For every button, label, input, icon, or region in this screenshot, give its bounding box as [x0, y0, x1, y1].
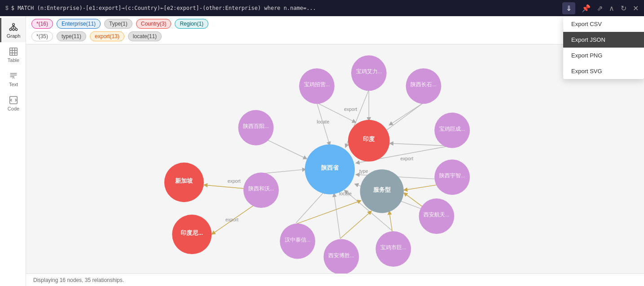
dollar-icon: $: [5, 5, 9, 11]
node-shaanxi-changshi-label: 陕西长石...: [410, 82, 437, 87]
edge-export4: [390, 143, 450, 146]
download-icon[interactable]: ⇓: [562, 2, 575, 14]
expand-icon[interactable]: ⇗: [597, 4, 603, 13]
node-hanzhong-taixin-label: 汉中泰信...: [285, 237, 311, 242]
up-icon[interactable]: ∧: [609, 4, 614, 13]
table-icon: [9, 47, 18, 57]
main-area: Graph Table A Text: [0, 16, 644, 286]
query-text: $ MATCH (n:Enterprise)-[e1:export]→(c:Co…: [11, 5, 316, 11]
top-bar-right: ⇓ 📌 ⇗ ∧ ↻ ✕: [562, 2, 639, 14]
export-png-item[interactable]: Export PNG: [563, 48, 644, 63]
filter-bar: *(16) Enterprise(11) Type(1) Country(3) …: [26, 16, 644, 44]
filter-badge-enterprise[interactable]: Enterprise(11): [57, 19, 101, 29]
graph-area[interactable]: locate export locate type export export …: [26, 44, 644, 273]
filter-badge-export[interactable]: export(13): [90, 31, 124, 41]
edge-label-export-id: export: [225, 217, 238, 222]
edge-label-export2: export: [400, 156, 413, 161]
edge-n10-center1: [262, 169, 306, 173]
export-json-item[interactable]: Export JSON: [563, 32, 644, 48]
svg-line-4: [11, 26, 13, 28]
text-icon: A: [9, 71, 18, 81]
sidebar-item-graph[interactable]: Graph: [0, 18, 26, 42]
top-bar-left: $ $ MATCH (n:Enterprise)-[e1:export]→(c:…: [5, 5, 316, 11]
filter-badge-type[interactable]: Type(1): [104, 19, 132, 29]
node-shaanxi-label: 陕西省: [321, 164, 339, 171]
graph-icon: [9, 22, 18, 32]
sidebar: Graph Table A Text: [0, 16, 26, 286]
edge-label-type2: type: [359, 169, 368, 174]
filter-badge-region[interactable]: Region(1): [175, 19, 208, 29]
svg-point-1: [9, 28, 12, 31]
sidebar-table-label: Table: [8, 57, 19, 63]
filter-badge-type-rel[interactable]: type(11): [57, 31, 86, 41]
node-baoji-recruit-label: 宝鸡招营...: [304, 81, 330, 87]
export-svg-item[interactable]: Export SVG: [563, 63, 644, 79]
filter-badge-all-nodes[interactable]: *(16): [31, 19, 53, 29]
svg-point-0: [13, 23, 15, 26]
edge-n8-center1: [334, 194, 340, 239]
content-area: *(16) Enterprise(11) Type(1) Country(3) …: [26, 16, 644, 286]
sidebar-graph-label: Graph: [7, 33, 21, 39]
node-indonesia-label: 印度尼...: [181, 229, 203, 236]
node-xian-hangtian-label: 西安航天...: [423, 211, 450, 217]
node-baoji-ju-label: 宝鸡市巨...: [380, 244, 406, 250]
refresh-icon[interactable]: ↻: [621, 4, 626, 13]
edge-label-locate3: locate: [339, 191, 352, 196]
edge-label-export1: export: [344, 107, 357, 112]
node-service-label: 服务型: [373, 186, 391, 193]
filter-badge-country[interactable]: Country(3): [136, 19, 172, 29]
close-icon[interactable]: ✕: [633, 4, 639, 13]
svg-point-3: [13, 28, 15, 31]
sidebar-item-code[interactable]: Code: [0, 91, 26, 115]
filter-badge-locate[interactable]: locate(11): [128, 31, 162, 41]
export-dropdown: Export CSV Export JSON Export PNG Export…: [563, 16, 644, 79]
node-shaanxi-hewo-label: 陕西和沃...: [248, 186, 274, 191]
status-text: Displaying 16 nodes, 35 relationships.: [33, 277, 124, 283]
filter-badge-all-rels[interactable]: *(35): [31, 31, 53, 41]
filter-row-2: *(35) type(11) export(13) locate(11): [31, 31, 639, 41]
top-bar: $ $ MATCH (n:Enterprise)-[e1:export]→(c:…: [0, 0, 644, 16]
node-shaanxi-yuzhi-label: 陕西宇智...: [439, 172, 465, 178]
sidebar-item-table[interactable]: Table: [0, 42, 26, 66]
svg-point-2: [15, 28, 18, 31]
edge-export3: [389, 103, 424, 125]
node-singapore-label: 新加坡: [175, 177, 193, 184]
svg-line-5: [13, 26, 16, 28]
pin-icon[interactable]: 📌: [582, 4, 591, 13]
sidebar-item-text[interactable]: A Text: [0, 66, 26, 91]
sidebar-code-label: Code: [8, 106, 19, 111]
export-csv-item[interactable]: Export CSV: [563, 16, 644, 32]
node-xian-bosheng-label: 西安博胜...: [328, 252, 354, 258]
node-baoji-aili-label: 宝鸡艾力...: [356, 68, 382, 74]
filter-row-1: *(16) Enterprise(11) Type(1) Country(3) …: [31, 19, 639, 29]
edge-n9-center1: [296, 190, 326, 223]
node-shaanxi-baiyang-label: 陕西百阳...: [243, 123, 269, 129]
svg-text:A: A: [12, 76, 15, 80]
status-bar: Displaying 16 nodes, 35 relationships.: [26, 273, 644, 286]
graph-svg: locate export locate type export export …: [26, 44, 644, 273]
edge-label-export-sg: export: [228, 179, 241, 184]
svg-rect-7: [10, 48, 18, 56]
edge-label-locate1: locate: [317, 119, 329, 124]
sidebar-text-label: Text: [9, 82, 18, 87]
edge-type4: [340, 211, 372, 238]
node-india-label: 印度: [363, 136, 375, 142]
node-baoji-jucheng-label: 宝鸡巨成...: [439, 126, 465, 132]
code-icon: [9, 95, 18, 105]
